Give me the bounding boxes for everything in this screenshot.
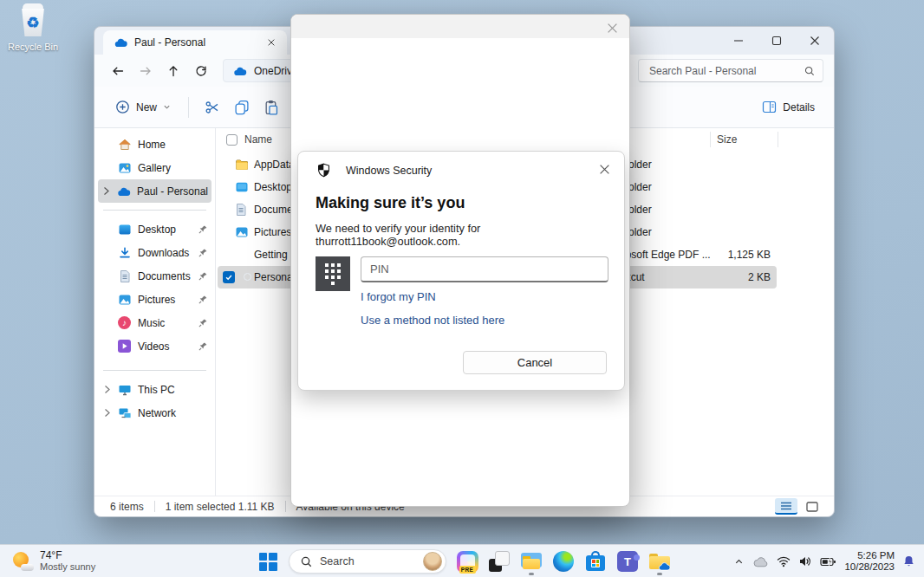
- recycle-bin-desktop-icon[interactable]: ♻ Recycle Bin: [5, 5, 61, 52]
- sidebar-item-label: Documents: [138, 270, 191, 282]
- explorer-search-input[interactable]: [647, 64, 804, 78]
- copilot-pre-badge: PRE: [459, 566, 476, 574]
- videos-icon: [117, 339, 132, 353]
- gallery-icon: [117, 160, 132, 175]
- sidebar-item-paul-personal[interactable]: Paul - Personal: [98, 179, 211, 203]
- sidebar-item-gallery[interactable]: Gallery: [98, 156, 211, 179]
- onedrive-folder-button[interactable]: [645, 547, 674, 576]
- start-button[interactable]: [253, 547, 283, 576]
- file-size: 1,125 KB: [667, 249, 771, 261]
- windows-security-shield-icon: [316, 163, 331, 178]
- forward-icon[interactable]: [133, 59, 159, 83]
- sidebar-item-label: Gallery: [138, 162, 171, 174]
- desktop-folder-icon: [117, 222, 132, 237]
- volume-icon[interactable]: [798, 555, 812, 567]
- cut-icon[interactable]: [198, 94, 227, 120]
- task-view-button[interactable]: [485, 547, 514, 576]
- paste-icon[interactable]: [257, 94, 286, 120]
- chevron-right-icon[interactable]: [100, 186, 113, 196]
- recycle-bin-icon: ♻: [18, 5, 48, 38]
- pin-pad-icon: [316, 256, 350, 291]
- details-label: Details: [783, 101, 815, 113]
- documents-icon: [117, 269, 132, 283]
- file-explorer-button[interactable]: [517, 547, 546, 576]
- sidebar-item-downloads[interactable]: Downloads: [98, 241, 211, 264]
- row-checkbox-checked[interactable]: [223, 271, 235, 283]
- search-icon: [300, 555, 313, 568]
- column-size[interactable]: Size: [717, 133, 737, 146]
- edge-button[interactable]: [549, 547, 578, 576]
- sidebar-item-videos[interactable]: Videos: [98, 334, 211, 358]
- this-pc-icon: [117, 382, 132, 397]
- explorer-search[interactable]: [638, 59, 823, 82]
- maximize-button[interactable]: [758, 27, 796, 54]
- windows-security-dialog: Windows Security Making sure it’s you We…: [297, 151, 625, 391]
- chevron-right-icon[interactable]: [100, 408, 114, 418]
- tray-chevron-up-icon[interactable]: [733, 556, 745, 567]
- sidebar-item-network[interactable]: Network: [98, 401, 211, 425]
- sidebar-item-documents[interactable]: Documents: [98, 264, 211, 288]
- taskbar-search-label: Search: [320, 555, 416, 567]
- details-view-icon[interactable]: [775, 498, 797, 515]
- large-icons-view-icon[interactable]: [801, 498, 823, 515]
- cancel-button[interactable]: Cancel: [463, 351, 607, 374]
- notification-bell-icon[interactable]: [902, 554, 915, 568]
- file-size: 2 KB: [667, 271, 771, 283]
- explorer-tab[interactable]: Paul - Personal: [103, 30, 287, 55]
- sidebar-item-music[interactable]: ♪ Music: [98, 311, 211, 334]
- sidebar-item-this-pc[interactable]: This PC: [98, 378, 211, 401]
- taskbar-clock[interactable]: 5:26 PM 10/28/2023: [844, 550, 895, 573]
- search-highlight-avatar: [423, 552, 442, 571]
- teams-button[interactable]: T: [613, 547, 642, 576]
- close-icon[interactable]: [605, 21, 619, 35]
- weather-icon: [12, 551, 34, 573]
- sidebar-item-label: Videos: [138, 340, 169, 353]
- minimize-button[interactable]: [719, 27, 758, 54]
- file-name: Pictures: [254, 226, 291, 238]
- up-icon[interactable]: [160, 59, 186, 83]
- new-button-label: New: [136, 101, 157, 113]
- close-icon[interactable]: [596, 161, 612, 177]
- clock-time: 5:26 PM: [844, 550, 895, 561]
- pin-icon: [198, 271, 208, 282]
- column-name[interactable]: Name: [244, 133, 272, 146]
- taskbar: 74°F Mostly sunny Search PRE: [0, 544, 924, 577]
- select-all-checkbox[interactable]: [226, 134, 238, 146]
- microsoft-store-icon: [585, 551, 606, 572]
- microsoft-store-button[interactable]: [581, 547, 610, 576]
- sidebar-item-home[interactable]: Home: [98, 133, 211, 156]
- sidebar-item-label: Music: [138, 317, 165, 329]
- back-icon[interactable]: [105, 59, 131, 83]
- taskbar-search[interactable]: Search: [289, 549, 446, 574]
- new-button[interactable]: New: [107, 94, 179, 120]
- tab-close-icon[interactable]: [263, 34, 280, 51]
- details-button[interactable]: Details: [755, 96, 822, 118]
- forgot-pin-link[interactable]: I forgot my PIN: [361, 290, 436, 303]
- weather-condition: Mostly sunny: [40, 561, 95, 573]
- battery-icon[interactable]: [820, 556, 836, 567]
- windows-logo-icon: [259, 553, 277, 571]
- sidebar-item-desktop[interactable]: Desktop: [98, 217, 211, 241]
- personal-vault-icon: [240, 270, 254, 284]
- onedrive-tray-icon[interactable]: [752, 556, 769, 567]
- chevron-down-icon: [163, 103, 171, 111]
- copy-icon[interactable]: [227, 94, 257, 120]
- sidebar-item-label: Network: [138, 407, 176, 419]
- pin-icon: [198, 318, 208, 328]
- desktop-folder-icon: [235, 180, 249, 194]
- pin-input[interactable]: [361, 256, 608, 282]
- sidebar-item-pictures[interactable]: Pictures: [98, 288, 211, 311]
- downloads-icon: [117, 245, 132, 260]
- copilot-button[interactable]: PRE: [452, 547, 482, 576]
- pictures-icon: [117, 292, 132, 307]
- network-icon: [117, 405, 132, 420]
- chevron-right-icon[interactable]: [100, 385, 114, 394]
- sidebar-item-label: Desktop: [138, 224, 176, 236]
- taskbar-weather-widget[interactable]: 74°F Mostly sunny: [7, 545, 101, 577]
- close-button[interactable]: [796, 27, 834, 54]
- pin-icon: [198, 224, 208, 235]
- other-method-link[interactable]: Use a method not listed here: [361, 314, 504, 327]
- selection-summary: 1 item selected 1.11 KB: [166, 501, 275, 513]
- refresh-icon[interactable]: [188, 59, 214, 83]
- wifi-icon[interactable]: [777, 555, 791, 567]
